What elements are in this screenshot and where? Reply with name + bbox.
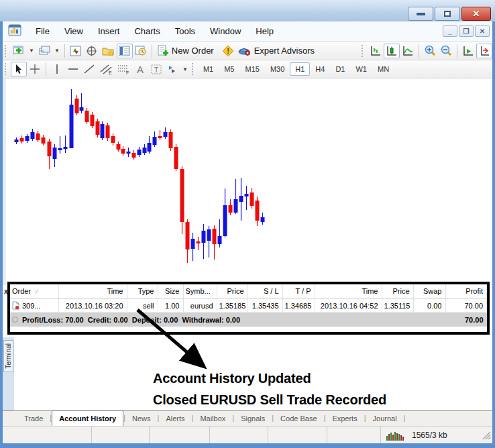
annotation-line1: Account History Updated [153, 371, 311, 386]
arrows-button[interactable] [164, 62, 180, 76]
close-button[interactable]: ✕ [461, 7, 491, 21]
toolbar-handle[interactable] [5, 45, 8, 57]
terminal-side-tab[interactable]: Terminal [3, 340, 13, 372]
bar-chart-type-button[interactable] [368, 44, 384, 58]
crosshair-button[interactable] [27, 62, 43, 76]
equidistant-channel-button[interactable]: E [97, 62, 115, 76]
tab-account-history[interactable]: Account History [52, 410, 123, 426]
col-swap[interactable]: Swap [413, 284, 445, 298]
new-order-label: New Order [169, 46, 218, 56]
tab-mailbox[interactable]: Mailbox [193, 412, 232, 426]
fibonacci-button[interactable]: F [115, 62, 132, 76]
table-row[interactable]: 309... 2013.10.16 03:20 sell 1.00 eurusd… [10, 298, 487, 313]
minimize-button[interactable] [408, 7, 433, 21]
col-open-price[interactable]: Price [217, 284, 248, 298]
chart-minimize-button[interactable]: _ [443, 25, 457, 37]
col-type[interactable]: Type [127, 284, 158, 298]
menu-help[interactable]: Help [248, 23, 281, 39]
tab-trade[interactable]: Trade [17, 412, 50, 426]
tab-signals[interactable]: Signals [234, 412, 272, 426]
vertical-line-button[interactable] [49, 62, 65, 76]
col-close-price[interactable]: Price [382, 284, 413, 298]
tab-journal[interactable]: Journal [366, 412, 404, 426]
candle [143, 144, 147, 155]
candlestick-type-button[interactable] [384, 44, 400, 58]
expert-advisors-button[interactable]: Expert Advisors [236, 44, 321, 58]
profiles-dropdown[interactable]: ▼ [52, 48, 62, 54]
timeframe-m15[interactable]: M15 [239, 62, 264, 76]
chart-shift-icon [478, 46, 490, 56]
chart-area[interactable] [3, 78, 492, 285]
market-watch-button[interactable] [68, 44, 84, 58]
new-chart-button[interactable] [11, 44, 27, 58]
navigator-icon [102, 46, 115, 56]
zoom-in-button[interactable] [422, 44, 438, 58]
strategy-tester-button[interactable] [133, 44, 149, 58]
chart-shift-button[interactable] [476, 44, 492, 58]
menu-window[interactable]: Window [203, 23, 248, 39]
resize-grip[interactable] [482, 431, 491, 442]
profiles-button[interactable] [36, 44, 52, 58]
standard-toolbar: ▼ ▼ New Order ! Expert Advi [3, 42, 492, 60]
menu-view[interactable]: View [57, 23, 91, 39]
col-symbol[interactable]: Symb... [183, 284, 217, 298]
chart-close-button[interactable]: ✕ [475, 25, 490, 37]
timeframe-mn[interactable]: MN [372, 62, 394, 76]
tab-alerts[interactable]: Alerts [159, 412, 191, 426]
data-window-icon [86, 46, 97, 56]
candlestick-chart [6, 78, 492, 285]
timeframe-h1[interactable]: H1 [290, 62, 310, 76]
terminal-panel: x Order∕ Time Type Size Symb... Price [3, 285, 492, 410]
candle [148, 136, 152, 154]
svg-text:!: ! [227, 47, 229, 55]
col-close-time[interactable]: Time [315, 284, 382, 298]
cursor-button[interactable] [11, 62, 27, 76]
tab-news[interactable]: News [125, 412, 158, 426]
text-label-icon: T [150, 64, 162, 75]
timeframe-w1[interactable]: W1 [350, 62, 372, 76]
data-window-button[interactable] [84, 44, 100, 58]
text-label-button[interactable]: T [148, 62, 164, 76]
arrows-dropdown[interactable]: ▼ [180, 66, 190, 72]
text-button[interactable]: A [132, 62, 148, 76]
candle [91, 112, 95, 128]
toolbar-handle[interactable] [5, 63, 8, 75]
terminal-toggle-button[interactable] [117, 44, 133, 58]
navigator-button[interactable] [100, 44, 117, 58]
col-profit[interactable]: Profit [445, 284, 487, 298]
menu-charts[interactable]: Charts [127, 23, 167, 39]
zoom-out-button[interactable] [438, 44, 454, 58]
col-open-time[interactable]: Time [58, 284, 127, 298]
auto-scroll-button[interactable] [460, 44, 476, 58]
menu-file[interactable]: File [28, 23, 57, 39]
new-order-button[interactable]: New Order [155, 44, 220, 58]
timeframe-m5[interactable]: M5 [219, 62, 239, 76]
col-size[interactable]: Size [158, 284, 183, 298]
candle [245, 186, 249, 210]
col-sl[interactable]: S / L [248, 284, 282, 298]
menu-insert[interactable]: Insert [91, 23, 127, 39]
metaquotes-alert-button[interactable]: ! [220, 44, 236, 58]
horizontal-line-button[interactable] [65, 62, 81, 76]
tab-experts[interactable]: Experts [325, 412, 364, 426]
timeframe-m1[interactable]: M1 [198, 62, 219, 76]
new-chart-icon [13, 46, 25, 56]
tab-code-base[interactable]: Code Base [274, 412, 323, 426]
terminal-tabs-bar: Trade|Account History|News|Alerts|Mailbo… [3, 410, 492, 426]
candle [218, 219, 222, 247]
col-order[interactable]: Order∕ [10, 284, 58, 298]
menu-tools[interactable]: Tools [168, 23, 203, 39]
maximize-button[interactable] [435, 7, 460, 21]
toolbar-handle[interactable] [362, 45, 365, 57]
line-chart-type-button[interactable] [400, 44, 416, 58]
new-chart-dropdown[interactable]: ▼ [27, 48, 36, 54]
chart-restore-button[interactable]: ❐ [459, 25, 474, 37]
timeframe-m30[interactable]: M30 [265, 62, 290, 76]
timeframe-d1[interactable]: D1 [330, 62, 350, 76]
timeframe-h4[interactable]: H4 [310, 62, 330, 76]
line-studies-toolbar: E F A T ▼ M1M5M15M30H1H4D1W1MN [3, 60, 492, 78]
col-tp[interactable]: T / P [282, 284, 315, 298]
trendline-button[interactable] [81, 62, 97, 76]
strategy-tester-icon [135, 46, 147, 56]
toolbar-handle[interactable] [192, 63, 195, 75]
